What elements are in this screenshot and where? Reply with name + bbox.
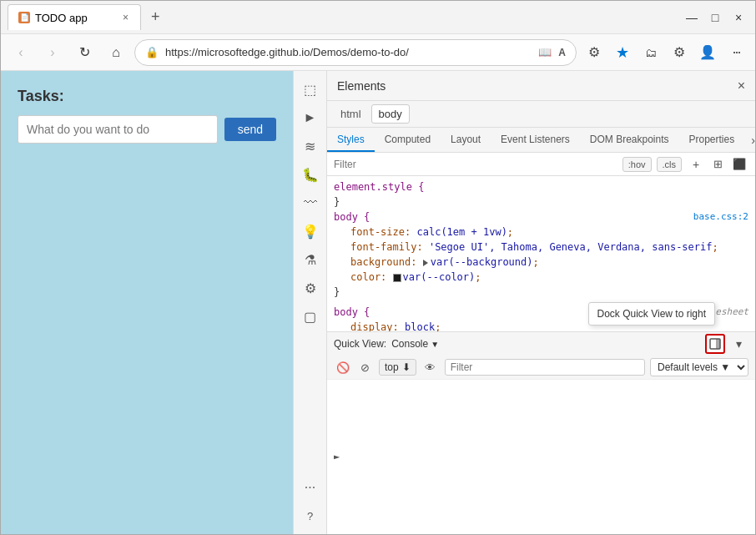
add-style-rule-icon[interactable]: +: [687, 155, 705, 174]
dock-right-icon: [709, 338, 721, 350]
wifi-icon[interactable]: 〰: [299, 191, 322, 215]
capture-icon[interactable]: ▢: [299, 305, 322, 328]
devtools-tool-tabs: Styles Computed Layout Event Listeners D…: [327, 128, 755, 153]
translate-icon[interactable]: A: [558, 47, 566, 58]
css-rule-body-close: }: [327, 285, 755, 300]
bug-icon[interactable]: 🐛: [299, 163, 322, 186]
css-property-background: background: var(--background);: [327, 255, 755, 270]
tab-properties[interactable]: Properties: [679, 129, 745, 152]
tab-computed[interactable]: Computed: [375, 129, 441, 152]
address-input[interactable]: [165, 46, 532, 58]
tab-close-button[interactable]: ×: [121, 10, 130, 25]
devtools-title: Elements: [337, 79, 386, 93]
console-prompt-icon[interactable]: ►: [334, 451, 340, 462]
account-icon[interactable]: 👤: [695, 40, 720, 65]
tab-layout[interactable]: Layout: [441, 129, 491, 152]
css-property-color: color: var(--color);: [327, 270, 755, 285]
close-button[interactable]: ×: [728, 8, 748, 28]
color-swatch[interactable]: [393, 274, 401, 282]
console-content: ►: [327, 380, 755, 535]
collections-icon[interactable]: 🗂: [638, 40, 663, 65]
css-source-link[interactable]: base.css:2: [693, 211, 748, 222]
todo-input[interactable]: [18, 115, 218, 144]
network-icon[interactable]: ≋: [299, 134, 322, 158]
tab-event-listeners[interactable]: Event Listeners: [491, 129, 580, 152]
experiment-icon[interactable]: ⚗: [299, 248, 322, 271]
console-block-icon[interactable]: ⊘: [355, 358, 374, 376]
quickview-tab-label: Console: [391, 338, 428, 350]
app-title: Tasks:: [18, 88, 276, 105]
quickview-more-button[interactable]: ▾: [728, 334, 748, 354]
home-button[interactable]: ⌂: [103, 39, 129, 66]
dock-right-button[interactable]: [705, 334, 725, 354]
console-context-label: top: [385, 361, 399, 373]
read-mode-icon[interactable]: 📖: [538, 46, 552, 58]
hov-button[interactable]: :hov: [622, 157, 652, 172]
console-level-select[interactable]: Default levels ▼: [650, 358, 748, 376]
todo-input-row: send: [18, 115, 276, 144]
console-context-icon: ⬇: [402, 361, 411, 373]
minimize-button[interactable]: —: [682, 8, 702, 28]
console-filter-bar: 🚫 ⊘ top ⬇ 👁 Default levels ▼: [327, 356, 755, 380]
css-selector: element.style {: [334, 181, 424, 193]
css-property-font-family: font-family: 'Segoe UI', Tahoma, Geneva,…: [327, 240, 755, 255]
tab-dom-breakpoints[interactable]: DOM Breakpoints: [580, 129, 679, 152]
navigation-bar: ‹ › ↻ ⌂ 🔒 📖 A ⚙ ★ 🗂 ⚙ 👤 ···: [1, 34, 755, 71]
console-eye-icon[interactable]: 👁: [421, 358, 440, 376]
toggle-icon[interactable]: ⊞: [708, 155, 727, 174]
console-clear-icon[interactable]: 🚫: [334, 358, 352, 376]
more-tools-icon[interactable]: ···: [299, 476, 322, 499]
console-filter-input[interactable]: [445, 359, 645, 376]
window-controls: — □ ×: [682, 8, 748, 28]
console-icon[interactable]: ►: [299, 106, 322, 129]
profile-icon[interactable]: ⚙: [582, 40, 607, 65]
css-brace: }: [334, 286, 340, 298]
element-tab-html[interactable]: html: [334, 105, 368, 123]
svg-rect-1: [716, 339, 720, 349]
cursor-icon[interactable]: ⬚: [299, 78, 322, 101]
nav-action-icons: ⚙ ★ 🗂 ⚙ 👤 ···: [582, 40, 748, 65]
expand-triangle-icon[interactable]: [423, 260, 428, 266]
devtools-close-button[interactable]: ×: [738, 78, 745, 93]
tab-favicon: 📄: [18, 12, 30, 23]
css-prop: display: block;: [334, 321, 441, 331]
css-prop: background: var(--background);: [334, 256, 539, 268]
gear-icon[interactable]: ⚙: [299, 276, 322, 300]
new-tab-button[interactable]: +: [144, 5, 167, 29]
tool-tabs-chevron[interactable]: ›: [744, 134, 755, 147]
forward-button[interactable]: ›: [39, 39, 66, 66]
dock-tooltip: Dock Quick View to right: [588, 302, 716, 326]
styles-filter-bar: :hov .cls + ⊞ ⬛: [327, 153, 755, 176]
css-rule-body: base.css:2 body {: [327, 209, 755, 225]
browser-tab[interactable]: 📄 TODO app ×: [8, 4, 141, 30]
back-button[interactable]: ‹: [8, 39, 34, 66]
cls-button[interactable]: .cls: [657, 157, 683, 172]
bulb-icon[interactable]: 💡: [299, 220, 322, 243]
main-area: Tasks: send ⬚ ► ≋ 🐛 〰 💡 ⚗ ⚙ ▢ ··· ? Elem: [1, 71, 755, 534]
title-bar: 📄 TODO app × + — □ ×: [1, 1, 755, 34]
css-property-font-size: font-size: calc(1em + 1vw);: [327, 225, 755, 240]
tab-styles[interactable]: Styles: [327, 129, 375, 152]
devtools-panel: Elements × html body Styles Computed Lay…: [326, 71, 755, 534]
settings-icon[interactable]: ⚙: [667, 40, 692, 65]
help-icon[interactable]: ?: [299, 504, 322, 527]
copy-icon[interactable]: ⬛: [730, 155, 748, 174]
maximize-button[interactable]: □: [705, 8, 725, 28]
console-context-selector[interactable]: top ⬇: [379, 359, 416, 376]
devtools-header: Elements ×: [327, 71, 755, 101]
element-breadcrumb-tabs: html body: [327, 101, 755, 128]
element-tab-body[interactable]: body: [371, 104, 410, 124]
quickview-action-icons: ▾ Dock Quick View to right: [705, 334, 748, 354]
quickview-console-tab[interactable]: Console ▼: [391, 338, 439, 350]
tab-title: TODO app: [35, 12, 116, 24]
send-button[interactable]: send: [224, 118, 276, 141]
more-button[interactable]: ···: [723, 40, 748, 65]
styles-filter-input[interactable]: [334, 159, 617, 170]
filter-action-icons: + ⊞ ⬛: [687, 155, 748, 174]
quickview-chevron-icon[interactable]: ▼: [431, 340, 439, 349]
quickview-label: Quick View:: [334, 338, 386, 350]
address-bar[interactable]: 🔒 📖 A: [134, 39, 577, 66]
refresh-button[interactable]: ↻: [71, 39, 98, 66]
favorites-icon[interactable]: ★: [610, 40, 635, 65]
css-brace: }: [334, 196, 340, 208]
